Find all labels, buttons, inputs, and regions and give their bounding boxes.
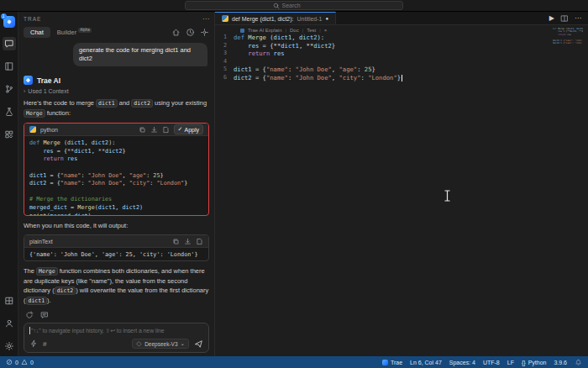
trae-logo-mark [7,19,12,24]
status-eol[interactable]: LF [507,360,514,365]
trae-ai-avatar [24,76,33,85]
grid-icon [4,296,14,306]
editor-tab-untitled-1[interactable]: def Merge (dict1, dict2): Untitled-1 ● [215,12,336,24]
model-chip-icon [136,341,142,347]
sidebar-item-remote[interactable] [3,294,16,308]
new-file-icon[interactable] [162,126,170,134]
copy-icon[interactable] [172,238,180,245]
settings-button[interactable] [3,339,16,353]
code-line: 6dict2 = {"name": "John Doe", "city": "L… [215,74,588,82]
editor-tab-bar: def Merge (dict1, dict2): Untitled-1 ● ▶… [215,12,588,25]
output-code-block: plainText {'name': 'John Doe', 'age': 25… [24,234,209,261]
editor-caret [402,75,402,81]
output-language-label: plainText [29,239,53,244]
sidebar-item-extensions[interactable] [3,128,16,141]
problems-indicator[interactable]: 0 0 [6,359,34,365]
user-message: generate the code for merging dict1 and … [73,43,207,66]
sidebar-item-debug[interactable] [3,105,16,118]
status-language[interactable]: {} Python [522,360,546,365]
copy-icon[interactable] [139,126,146,134]
code-line: 1def Merge (dict1, dict2): [215,34,588,42]
panel-menu-button[interactable]: ⋯ [202,15,209,23]
python-file-icon [222,15,228,22]
account-button[interactable] [3,317,16,330]
codelens-close-icon[interactable]: × [324,28,328,33]
codelens-icon [240,29,244,33]
notification-badge: 1 [1,13,7,19]
status-cursor-position[interactable]: Ln 6, Col 47 [410,360,442,365]
assistant-intro: Here's the code to merge dict1 and dict2… [24,98,209,118]
gear-icon [4,341,14,351]
status-trae[interactable]: Trae [382,360,402,365]
codelens-doc[interactable]: Doc [290,28,299,33]
sidebar-item-docs[interactable] [3,60,16,73]
error-icon [6,359,13,365]
book-icon [4,61,14,71]
title-bar [0,0,588,12]
sidebar-item-chat[interactable] [3,37,16,50]
editor-area: def Merge (dict1, dict2): Untitled-1 ● ▶… [215,12,588,356]
apply-button[interactable]: ✓ Apply [174,124,203,134]
insert-icon[interactable] [184,238,192,245]
split-editor-icon[interactable] [560,14,569,23]
feedback-icon[interactable] [40,311,49,319]
send-icon[interactable] [194,339,203,349]
output-intro: When you run this code, it will output: [24,221,209,230]
model-selector[interactable]: Deepseek-V3 ⌄ [132,339,189,349]
code-line: 2 res = {**dict1, **dict2} [215,42,588,50]
minimap[interactable]: def Merge (dict1, dict2): res = {**dict1… [553,28,583,45]
extensions-icon [4,129,14,139]
text-caret [29,327,30,334]
trae-logo[interactable]: 1 [3,16,15,28]
quick-command-icon[interactable] [29,339,38,348]
codelens-test[interactable]: Test [307,28,316,33]
run-button[interactable]: ▶ [549,14,554,22]
editor-more-button[interactable]: ⋯ [575,14,581,22]
branch-icon [4,84,14,94]
code-line: 4 [215,58,588,66]
tab-chat[interactable]: Chat [24,27,50,38]
status-bar: 0 0 Trae Ln 6, Col 47 Spaces: 4 UTF-8 LF… [0,356,588,368]
panel-settings-icon[interactable] [200,28,209,37]
account-icon [4,318,14,329]
code-lines[interactable]: 1def Merge (dict1, dict2): 2 res = {**di… [215,34,588,82]
global-search[interactable] [185,1,403,10]
chat-input-placeholder: "↑↓" to navigate input history, ⇧↩ to in… [31,328,165,334]
status-python-version[interactable]: 3.9.6 [554,360,567,365]
chevron-right-icon: › [24,88,25,94]
assistant-explanation: The Merge function combines both diction… [24,266,209,306]
output-code: {'name': 'John Doe', 'age': 25, 'city': … [24,248,208,261]
tab-builder[interactable]: Builder Alpha [57,29,92,36]
used-context-toggle[interactable]: › Used 1 Context [24,88,209,94]
home-icon[interactable] [171,28,181,37]
bell-icon[interactable] [575,359,582,366]
activity-bar: 1 [0,12,18,356]
chevron-down-icon: ⌄ [181,340,185,347]
mouse-ibeam-cursor [444,190,451,202]
sidebar-item-source[interactable] [3,82,16,96]
status-encoding[interactable]: UTF-8 [483,360,500,365]
python-code-block: python ✓ Apply def [24,123,209,216]
assistant-name: Trae AI [37,76,60,85]
panel-title: TRAE [24,16,41,22]
insert-icon[interactable] [150,126,158,134]
code-language-label: python [40,127,58,133]
code-line: 5dict1 = {"name": "John Doe", "age": 25} [215,66,588,74]
warning-icon [21,359,28,365]
code-line: 3 return res [215,50,588,58]
chat-panel: TRAE ⋯ Chat Builder Alpha [18,12,215,356]
search-input[interactable] [282,3,316,8]
trae-ide-window: 1 [0,0,588,368]
regenerate-icon[interactable] [25,311,34,319]
context-hash-icon[interactable]: # [43,340,46,348]
search-icon [273,3,280,9]
codelens: Trae AI Explain | Doc | Test | × [240,28,588,33]
braces-icon: {} [522,360,526,365]
trae-mini-logo [382,360,388,365]
status-indentation[interactable]: Spaces: 4 [449,360,475,365]
python-code: def Merge (dict1, dict2): res = {**dict1… [24,136,208,216]
codelens-explain[interactable]: Trae AI Explain [248,28,281,33]
history-icon[interactable] [186,28,195,37]
new-file-icon[interactable] [196,238,203,245]
chat-input[interactable]: "↑↓" to navigate input history, ⇧↩ to in… [24,323,209,353]
